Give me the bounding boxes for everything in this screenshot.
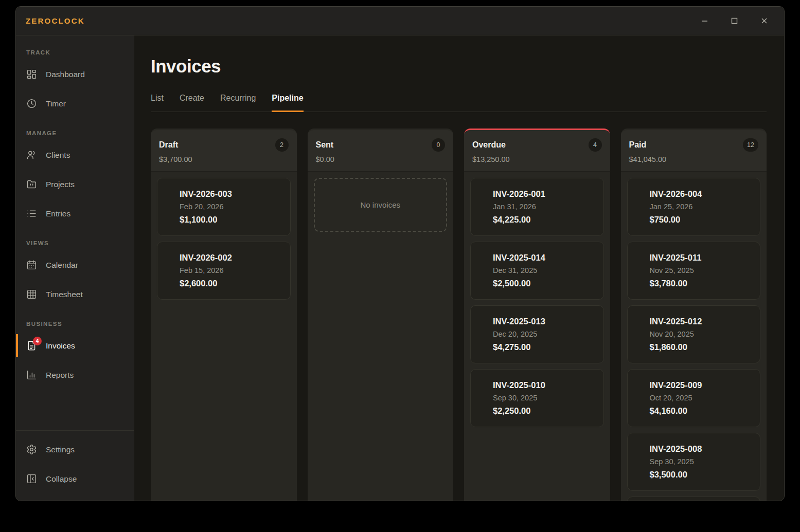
invoice-amount: $4,160.00 (650, 406, 753, 416)
invoice-card[interactable]: INV-2025-013Dec 20, 2025$4,275.00 (470, 305, 604, 363)
sidebar-item-label: Invoices (46, 341, 75, 351)
invoice-number: INV-2025-010 (493, 380, 596, 390)
entries-icon (26, 208, 37, 219)
invoice-date: Dec 20, 2025 (493, 330, 596, 338)
minimize-button[interactable] (696, 13, 713, 29)
invoice-card[interactable]: INV-2025-012Nov 20, 2025$1,860.00 (627, 305, 761, 363)
column-header-row: Draft2 (159, 138, 289, 152)
column-header-row: Overdue4 (472, 138, 602, 152)
close-button[interactable] (755, 13, 773, 29)
sidebar-item-calendar[interactable]: Calendar (16, 252, 134, 278)
projects-icon (26, 179, 37, 190)
sidebar-section-label: BUSINESS (16, 321, 134, 327)
column-header: Sent0$0.00 (308, 130, 454, 172)
column-header: Paid12$41,045.00 (621, 130, 767, 172)
invoice-card[interactable]: INV-2026-001Jan 31, 2026$4,225.00 (470, 178, 604, 236)
sidebar-item-collapse[interactable]: Collapse (16, 466, 134, 491)
calendar-icon (26, 260, 37, 270)
invoice-amount: $1,860.00 (650, 342, 753, 352)
sidebar-item-timer[interactable]: Timer (16, 91, 134, 116)
invoice-amount: $3,780.00 (650, 279, 753, 288)
invoice-card[interactable]: INV-2025-009Oct 20, 2025$4,160.00 (627, 369, 761, 427)
sidebar-item-label: Timer (46, 99, 66, 108)
invoice-card[interactable]: INV-2025-014Dec 31, 2025$2,500.00 (470, 242, 604, 300)
invoice-amount: $2,500.00 (493, 279, 596, 288)
invoice-amount: $4,225.00 (493, 215, 596, 225)
invoice-number: INV-2026-004 (650, 189, 753, 199)
column-cards: INV-2026-003Feb 20, 2026$1,100.00INV-202… (151, 172, 297, 306)
sidebar-section-label: TRACK (16, 49, 134, 56)
column-header-row: Paid12 (629, 138, 759, 152)
invoice-card-partial[interactable] (627, 497, 761, 501)
sidebar-item-dashboard[interactable]: Dashboard (16, 62, 134, 87)
pipeline-column-sent: Sent0$0.00No invoices (308, 129, 454, 501)
invoice-date: Nov 25, 2025 (650, 266, 753, 274)
invoices-icon: 4 (26, 340, 37, 351)
sidebar: TRACKDashboardTimerMANAGEClientsProjects… (16, 35, 134, 501)
invoice-date: Jan 31, 2026 (493, 203, 596, 211)
invoice-date: Sep 30, 2025 (493, 394, 596, 402)
tab-recurring[interactable]: Recurring (220, 94, 256, 112)
reports-icon (26, 370, 37, 380)
invoice-date: Oct 20, 2025 (650, 394, 753, 402)
pipeline-board: Draft2$3,700.00INV-2026-003Feb 20, 2026$… (151, 129, 767, 501)
collapse-icon (26, 473, 37, 484)
sidebar-item-clients[interactable]: Clients (16, 142, 134, 168)
dashboard-icon (26, 69, 37, 80)
invoice-number: INV-2025-011 (650, 253, 753, 263)
invoice-card[interactable]: INV-2025-011Nov 25, 2025$3,780.00 (627, 242, 761, 300)
invoice-amount: $2,600.00 (180, 279, 283, 288)
sidebar-item-label: Settings (46, 445, 75, 454)
sidebar-item-entries[interactable]: Entries (16, 201, 134, 226)
tab-bar: ListCreateRecurringPipeline (151, 94, 767, 112)
sidebar-item-label: Collapse (46, 474, 77, 484)
titlebar: ZEROCLOCK (16, 7, 784, 35)
tab-create[interactable]: Create (180, 94, 204, 112)
column-count-badge: 2 (275, 138, 289, 152)
invoice-card[interactable]: INV-2025-008Sep 30, 2025$3,500.00 (627, 433, 761, 491)
timer-icon (26, 98, 37, 109)
entries-icon (26, 208, 37, 219)
sidebar-item-label: Reports (46, 371, 74, 380)
sidebar-item-invoices[interactable]: 4Invoices (16, 333, 134, 358)
sidebar-item-label: Timesheet (46, 290, 83, 299)
invoice-date: Feb 20, 2026 (180, 203, 283, 211)
pipeline-column-paid: Paid12$41,045.00INV-2026-004Jan 25, 2026… (621, 129, 767, 501)
invoice-amount: $3,500.00 (650, 470, 753, 480)
maximize-button[interactable] (725, 13, 743, 29)
invoice-card[interactable]: INV-2026-002Feb 15, 2026$2,600.00 (157, 242, 291, 300)
invoice-date: Dec 31, 2025 (493, 266, 596, 274)
sidebar-item-settings[interactable]: Settings (16, 437, 134, 462)
window-controls (696, 13, 773, 29)
sidebar-sections: TRACKDashboardTimerMANAGEClientsProjects… (16, 35, 134, 392)
dashboard-icon (26, 69, 37, 80)
invoice-number: INV-2026-001 (493, 189, 596, 199)
invoice-card[interactable]: INV-2025-010Sep 30, 2025$2,250.00 (470, 369, 604, 427)
invoice-card[interactable]: INV-2026-003Feb 20, 2026$1,100.00 (157, 178, 291, 236)
collapse-icon (26, 473, 37, 484)
app-logo: ZEROCLOCK (26, 16, 85, 25)
invoice-number: INV-2026-003 (180, 189, 283, 199)
tab-list[interactable]: List (151, 94, 164, 112)
timesheet-icon (26, 289, 37, 300)
clients-icon (26, 150, 37, 160)
sidebar-item-label: Projects (46, 180, 75, 189)
tab-pipeline[interactable]: Pipeline (272, 94, 303, 112)
settings-icon (26, 444, 37, 455)
invoice-date: Sep 30, 2025 (650, 457, 753, 466)
column-total: $3,700.00 (159, 155, 289, 163)
sidebar-item-label: Entries (46, 209, 70, 218)
column-title: Sent (316, 140, 334, 150)
invoice-card[interactable]: INV-2026-004Jan 25, 2026$750.00 (627, 178, 761, 236)
column-total: $41,045.00 (629, 155, 759, 163)
sidebar-item-timesheet[interactable]: Timesheet (16, 282, 134, 307)
invoice-number: INV-2025-009 (650, 380, 753, 390)
sidebar-item-projects[interactable]: Projects (16, 172, 134, 197)
invoice-date: Feb 15, 2026 (180, 266, 283, 274)
sidebar-section-label: VIEWS (16, 240, 134, 246)
page-title: Invoices (151, 56, 767, 77)
sidebar-item-label: Dashboard (46, 70, 85, 79)
invoice-number: INV-2025-014 (493, 253, 596, 263)
sidebar-section-label: MANAGE (16, 130, 134, 136)
sidebar-item-reports[interactable]: Reports (16, 362, 134, 388)
